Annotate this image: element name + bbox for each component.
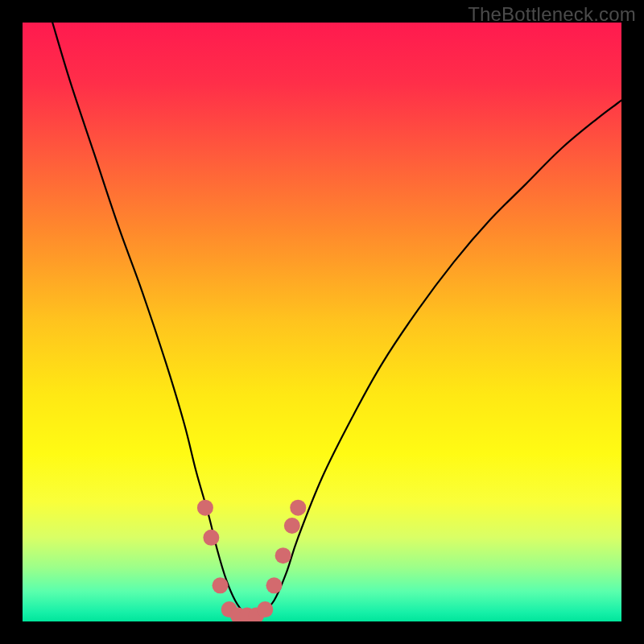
valley-dot [284,518,300,534]
valley-dot [197,500,213,516]
plot-area [23,23,621,621]
gradient-background [23,23,621,621]
valley-dot [275,547,291,564]
valley-dot [290,500,306,516]
valley-dot [266,577,282,593]
valley-dot [257,601,273,617]
chart-svg [23,23,621,621]
chart-frame: TheBottleneck.com [0,0,644,644]
valley-dot [213,577,229,593]
valley-dot [203,530,219,546]
